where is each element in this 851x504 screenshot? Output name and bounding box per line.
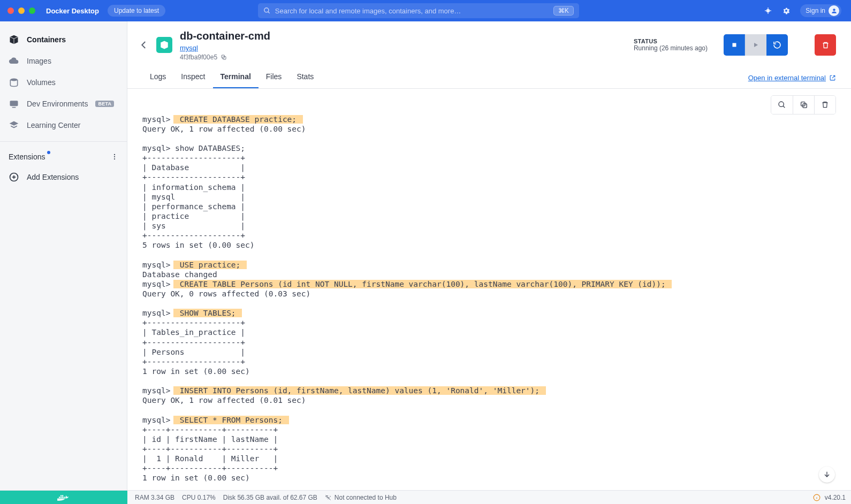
footer-whale-accent[interactable] xyxy=(0,491,127,504)
start-button xyxy=(745,34,766,56)
svg-rect-10 xyxy=(12,107,16,108)
traffic-close-icon[interactable] xyxy=(7,7,14,14)
scroll-to-bottom-button[interactable] xyxy=(819,467,835,483)
bug-icon[interactable] xyxy=(764,6,772,15)
cloud-icon xyxy=(9,56,19,66)
footer-version: v4.20.1 xyxy=(825,494,846,501)
svg-line-1 xyxy=(268,12,270,13)
sidebar-label: Learning Center xyxy=(27,121,80,129)
footer-cpu: CPU 0.17% xyxy=(182,494,216,501)
svg-rect-9 xyxy=(10,101,18,106)
terminal-copy-button[interactable] xyxy=(793,96,814,114)
settings-icon[interactable] xyxy=(782,6,791,15)
svg-point-7 xyxy=(833,9,835,11)
volumes-icon xyxy=(9,77,19,88)
svg-rect-30 xyxy=(60,495,62,496)
add-extensions-button[interactable]: Add Extensions xyxy=(0,166,127,188)
container-name: db-container-cmd xyxy=(180,29,270,43)
terminal-search-button[interactable] xyxy=(771,96,793,114)
footer-hub-status: Not connected to Hub xyxy=(335,494,397,501)
delete-button[interactable] xyxy=(815,34,836,56)
copy-hash-icon[interactable] xyxy=(221,54,227,60)
svg-point-13 xyxy=(114,158,115,159)
footer-ram: RAM 3.34 GB xyxy=(135,494,174,501)
svg-point-11 xyxy=(114,154,115,155)
svg-point-12 xyxy=(114,156,115,157)
terminal-output[interactable]: mysql> CREATE DATABASE practice; Query O… xyxy=(127,114,851,490)
plus-circle-icon xyxy=(9,172,19,182)
svg-point-8 xyxy=(10,79,17,81)
update-button[interactable]: Update to latest xyxy=(108,5,165,17)
info-icon[interactable] xyxy=(813,494,820,501)
sidebar-item-volumes[interactable]: Volumes xyxy=(0,72,127,93)
svg-rect-26 xyxy=(59,497,60,498)
sidebar-label: Dev Environments xyxy=(27,100,88,108)
container-hash: 4f3fba9f00e5 xyxy=(180,53,217,62)
svg-rect-31 xyxy=(62,495,63,496)
svg-marker-20 xyxy=(754,43,758,47)
tab-inspect[interactable]: Inspect xyxy=(173,67,212,88)
tab-stats[interactable]: Stats xyxy=(289,67,321,88)
search-input[interactable] xyxy=(275,7,549,15)
footer-disk: Disk 56.35 GB avail. of 62.67 GB xyxy=(223,494,317,501)
sidebar-item-containers[interactable]: Containers xyxy=(0,29,127,50)
restart-button[interactable] xyxy=(766,34,788,56)
back-button[interactable] xyxy=(139,40,149,50)
sidebar-item-dev-environments[interactable]: Dev Environments BETA xyxy=(0,93,127,114)
sidebar-label: Volumes xyxy=(27,78,56,87)
terminal-clear-button[interactable] xyxy=(814,96,835,114)
dev-icon xyxy=(9,98,19,109)
svg-rect-19 xyxy=(732,43,736,47)
account-icon xyxy=(829,5,839,16)
docker-whale-icon xyxy=(57,493,70,502)
extensions-heading[interactable]: Extensions xyxy=(9,152,45,161)
traffic-zoom-icon[interactable] xyxy=(29,7,35,14)
notification-dot-icon xyxy=(47,151,50,154)
svg-rect-29 xyxy=(64,497,65,498)
add-extensions-label: Add Extensions xyxy=(27,173,79,181)
open-external-terminal-link[interactable]: Open in external terminal xyxy=(748,74,836,88)
status-label: STATUS xyxy=(634,38,708,44)
svg-point-2 xyxy=(766,9,770,13)
svg-point-21 xyxy=(779,102,784,106)
tab-terminal[interactable]: Terminal xyxy=(213,67,259,88)
sidebar-separator xyxy=(0,141,127,142)
traffic-lights[interactable] xyxy=(7,7,35,14)
more-icon[interactable] xyxy=(111,153,118,161)
svg-point-0 xyxy=(264,8,269,12)
tab-files[interactable]: Files xyxy=(259,67,290,88)
sidebar-label: Containers xyxy=(27,35,66,44)
tabs-row: Logs Inspect Terminal Files Stats Open i… xyxy=(127,67,851,89)
beta-badge: BETA xyxy=(95,101,114,107)
signin-label: Sign in xyxy=(806,7,825,14)
svg-rect-28 xyxy=(62,497,63,498)
sidebar-label: Images xyxy=(27,57,51,65)
traffic-minimize-icon[interactable] xyxy=(18,7,25,14)
search-bar[interactable]: ⌘K xyxy=(258,3,579,18)
svg-rect-27 xyxy=(60,497,62,498)
search-icon xyxy=(263,7,271,14)
tab-logs[interactable]: Logs xyxy=(142,67,173,88)
signin-button[interactable]: Sign in xyxy=(800,4,841,17)
sidebar-item-images[interactable]: Images xyxy=(0,50,127,72)
status-text: Running (26 minutes ago) xyxy=(634,44,708,52)
svg-line-22 xyxy=(783,106,785,108)
stop-button[interactable] xyxy=(724,34,745,56)
sidebar-item-learning-center[interactable]: Learning Center xyxy=(0,114,127,136)
learning-icon xyxy=(9,120,19,131)
offline-icon xyxy=(325,494,331,501)
container-icon xyxy=(9,34,19,45)
container-image-link[interactable]: mysql xyxy=(180,43,270,53)
app-title: Docker Desktop xyxy=(46,7,99,15)
search-shortcut-kbd: ⌘K xyxy=(553,6,574,16)
container-instance-icon xyxy=(156,37,172,53)
